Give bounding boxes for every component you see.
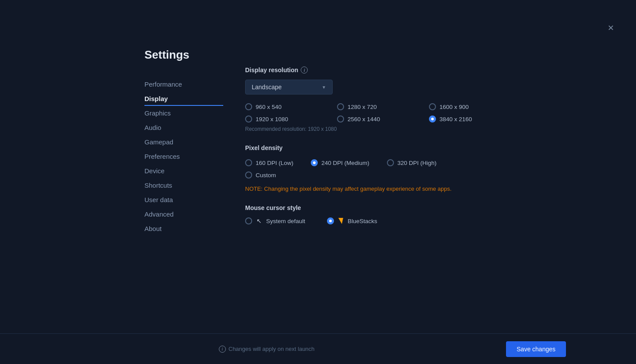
cursor-option-bluestacks[interactable]: BlueStacks [327,217,377,224]
resolution-option-1920[interactable]: 1920 x 1080 [245,116,337,122]
resolution-label-960: 960 x 540 [256,104,281,110]
main-content: Display resolution i Landscape ▼ 960 x 5… [223,44,521,364]
resolution-radio-1280[interactable] [337,103,344,110]
sidebar-item-gamepad[interactable]: Gamepad [144,135,223,149]
mouse-cursor-section: Mouse cursor style [245,204,521,211]
sidebar-item-audio[interactable]: Audio [144,120,223,135]
footer-info-icon: i [219,346,226,353]
pixel-density-label-160: 160 DPI (Low) [256,160,293,166]
bluestacks-cursor-icon [338,218,343,224]
display-resolution-label: Display resolution [245,66,298,74]
display-resolution-info-icon: i [301,66,308,74]
cursor-radio-bluestacks[interactable] [327,217,334,224]
resolution-option-1280[interactable]: 1280 x 720 [337,103,429,110]
resolution-radio-1920[interactable] [245,116,252,122]
recommended-resolution-text: Recommended resolution: 1920 x 1080 [245,126,521,132]
landscape-dropdown[interactable]: Landscape ▼ [245,80,333,94]
cursor-radio-system[interactable] [245,217,252,224]
resolution-label-3840: 3840 x 2160 [439,116,472,122]
pixel-density-option-240[interactable]: 240 DPI (Medium) [311,159,369,166]
resolution-radio-3840[interactable] [429,116,436,122]
pixel-density-option-custom[interactable]: Custom [245,172,521,178]
pixel-density-label-320: 320 DPI (High) [397,160,436,166]
pixel-density-option-320[interactable]: 320 DPI (High) [387,159,436,166]
footer-note: i Changes will apply on next launch [219,346,315,353]
resolution-option-960[interactable]: 960 x 540 [245,103,337,110]
cursor-option-system[interactable]: ↖ System default [245,217,305,224]
cursor-label-bluestacks: BlueStacks [348,218,377,224]
pixel-density-label-240: 240 DPI (Medium) [321,160,369,166]
resolution-option-1600[interactable]: 1600 x 900 [429,103,521,110]
footer: i Changes will apply on next launch Save… [0,333,636,364]
resolution-radio-2560[interactable] [337,116,344,122]
sidebar-item-about[interactable]: About [144,221,223,236]
resolution-option-3840[interactable]: 3840 x 2160 [429,116,521,122]
save-changes-button[interactable]: Save changes [506,341,566,357]
resolution-label-1920: 1920 x 1080 [256,116,288,122]
sidebar-item-device[interactable]: Device [144,164,223,178]
sidebar-item-advanced[interactable]: Advanced [144,207,223,221]
pixel-density-note: NOTE: Changing the pixel density may aff… [245,186,521,192]
pixel-density-radio-160[interactable] [245,159,252,166]
sidebar: Settings Performance Display Graphics Au… [144,44,223,364]
resolution-radio-1600[interactable] [429,103,436,110]
pixel-density-label-custom: Custom [256,172,276,178]
sidebar-item-graphics[interactable]: Graphics [144,106,223,120]
pixel-density-section: Pixel density [245,144,521,151]
settings-title: Settings [144,48,223,62]
display-resolution-section: Display resolution i [245,66,521,74]
resolution-grid: 960 x 540 1280 x 720 1600 x 900 1920 x 1… [245,103,521,122]
mouse-cursor-label: Mouse cursor style [245,204,301,211]
dropdown-arrow-icon: ▼ [322,85,326,90]
sidebar-item-performance[interactable]: Performance [144,77,223,91]
footer-note-text: Changes will apply on next launch [228,346,315,352]
cursor-label-system: System default [266,218,305,224]
pixel-density-radio-custom[interactable] [245,172,252,178]
pixel-density-radio-240[interactable] [311,159,318,166]
pixel-density-options: 160 DPI (Low) 240 DPI (Medium) 320 DPI (… [245,159,521,166]
pixel-density-label: Pixel density [245,144,283,151]
system-cursor-icon: ↖ [257,217,262,224]
settings-container: Settings Performance Display Graphics Au… [0,0,636,364]
pixel-density-radio-320[interactable] [387,159,394,166]
sidebar-item-preferences[interactable]: Preferences [144,149,223,164]
sidebar-item-display[interactable]: Display [144,91,223,106]
sidebar-item-shortcuts[interactable]: Shortcuts [144,178,223,192]
resolution-label-1280: 1280 x 720 [348,104,377,110]
pixel-density-option-160[interactable]: 160 DPI (Low) [245,159,293,166]
close-button[interactable]: ✕ [608,24,614,32]
sidebar-item-user-data[interactable]: User data [144,192,223,207]
resolution-radio-960[interactable] [245,103,252,110]
resolution-label-1600: 1600 x 900 [439,104,469,110]
resolution-option-2560[interactable]: 2560 x 1440 [337,116,429,122]
cursor-options: ↖ System default BlueStacks [245,217,521,224]
resolution-label-2560: 2560 x 1440 [348,116,380,122]
dropdown-value: Landscape [252,84,282,91]
